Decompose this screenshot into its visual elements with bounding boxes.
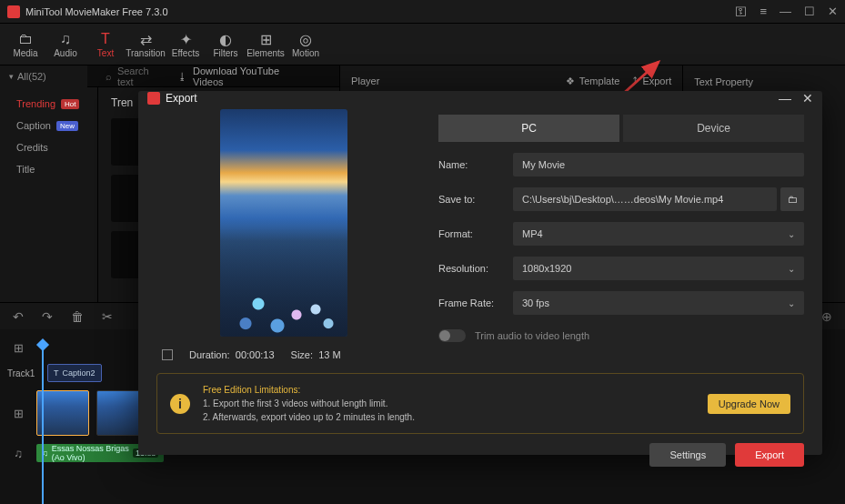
download-youtube-link[interactable]: ⭳Download YouTube Videos [177, 66, 294, 87]
chevron-down-icon: ⌄ [788, 298, 795, 308]
format-select[interactable]: MP4⌄ [513, 222, 804, 246]
chevron-down-icon: ⌄ [788, 229, 795, 239]
tab-pc[interactable]: PC [438, 115, 619, 142]
music-icon: ♫ [60, 30, 71, 48]
tool-media[interactable]: 🗀Media [5, 30, 45, 58]
triangle-down-icon: ▾ [9, 72, 14, 81]
tool-effects[interactable]: ✦Effects [166, 30, 206, 58]
search-icon: ⌕ [106, 71, 112, 82]
trim-audio-label: Trim audio to video length [475, 330, 589, 341]
playhead[interactable] [42, 346, 44, 504]
trim-audio-toggle[interactable] [438, 329, 466, 342]
name-label: Name: [438, 159, 509, 170]
template-button[interactable]: ❖Template [566, 76, 620, 87]
framerate-select[interactable]: 30 fps⌄ [513, 291, 804, 315]
chevron-down-icon: ⌄ [788, 264, 795, 274]
effects-icon: ✦ [180, 30, 192, 48]
minimize-icon[interactable]: — [780, 5, 791, 18]
browse-folder-button[interactable]: 🗀 [780, 187, 804, 211]
delete-button[interactable]: 🗑 [71, 309, 84, 324]
search-input[interactable]: ⌕Search text [106, 66, 159, 87]
app-logo [147, 92, 160, 105]
aspect-icon [162, 349, 173, 360]
saveto-label: Save to: [438, 194, 509, 205]
filters-icon: ◐ [219, 30, 232, 48]
audio-track-icon[interactable]: ♫ [7, 447, 29, 460]
saveto-input[interactable]: C:\Users\bj\Desktop\……deos\My Movie.mp4 [513, 187, 777, 211]
category-credits[interactable]: Credits [0, 136, 97, 158]
filter-all[interactable]: ▾ All(52) [0, 66, 87, 87]
close-icon[interactable]: ✕ [828, 5, 838, 18]
main-toolbar: 🗀Media ♫Audio TText ⇄Transition ✦Effects… [0, 24, 845, 66]
dialog-minimize-icon[interactable]: — [779, 91, 791, 106]
free-edition-limits: i Free Edition Limitations: 1. Export th… [156, 373, 804, 434]
export-target-tabs: PC Device [438, 115, 804, 142]
export-preview-thumbnail [220, 109, 347, 337]
category-title[interactable]: Title [0, 158, 97, 180]
framerate-label: Frame Rate: [438, 297, 509, 308]
elements-icon: ⊞ [260, 30, 272, 48]
tool-text[interactable]: TText [86, 30, 126, 58]
tool-filters[interactable]: ◐Filters [206, 30, 246, 58]
upgrade-button[interactable]: Upgrade Now [708, 394, 790, 414]
transition-icon: ⇄ [140, 30, 152, 48]
export-icon: ⤴ [632, 76, 638, 86]
maximize-icon[interactable]: ☐ [804, 5, 815, 18]
app-logo [7, 5, 20, 18]
video-track-icon[interactable]: ⊞ [7, 407, 29, 420]
motion-icon: ◎ [299, 30, 312, 48]
tool-elements[interactable]: ⊞Elements [246, 30, 286, 58]
undo-button[interactable]: ↶ [13, 309, 24, 324]
split-button[interactable]: ✂ [102, 309, 113, 324]
export-dialog: Export — ✕ Duration: 00:00:13 Size: 13 M… [138, 91, 822, 455]
warning-icon: i [170, 394, 190, 414]
export-confirm-button[interactable]: Export [735, 443, 804, 467]
format-label: Format: [438, 228, 509, 239]
export-meta: Duration: 00:00:13 Size: 13 M [156, 349, 341, 360]
tool-audio[interactable]: ♫Audio [45, 30, 86, 58]
folder-icon: 🗀 [18, 30, 33, 48]
playhead-handle[interactable] [36, 338, 49, 351]
app-title: MiniTool MovieMaker Free 7.3.0 [25, 6, 735, 17]
library-header: ▾ All(52) ⌕Search text ⭳Download YouTube… [0, 66, 339, 87]
property-title: Text Property [694, 76, 834, 87]
category-trending[interactable]: TrendingHot [0, 93, 97, 115]
download-icon: ⭳ [177, 71, 187, 82]
tool-motion[interactable]: ◎Motion [286, 30, 326, 58]
titlebar: MiniTool MovieMaker Free 7.3.0 ⚿ ≡ — ☐ ✕ [0, 0, 845, 24]
add-media-icon[interactable]: ⊞ [7, 341, 29, 355]
menu-icon[interactable]: ≡ [759, 5, 767, 18]
license-key-icon[interactable]: ⚿ [735, 5, 747, 18]
resolution-label: Resolution: [438, 263, 509, 274]
player-title: Player [351, 76, 379, 86]
dialog-title: Export [166, 92, 779, 105]
settings-button[interactable]: Settings [649, 443, 726, 467]
tool-transition[interactable]: ⇄Transition [126, 30, 166, 58]
folder-icon: 🗀 [788, 194, 798, 205]
redo-button[interactable]: ↷ [42, 309, 53, 324]
caption-clip[interactable]: TCaption2 [47, 364, 102, 382]
add-track-button[interactable]: ⊕ [821, 309, 832, 324]
category-caption[interactable]: CaptionNew [0, 115, 97, 136]
track-label: Track1 [7, 368, 40, 378]
name-input[interactable]: My Movie [513, 153, 804, 176]
category-sidebar: TrendingHot CaptionNew Credits Title [0, 87, 98, 302]
tab-device[interactable]: Device [623, 115, 804, 142]
text-icon: T [101, 30, 110, 48]
dialog-close-icon[interactable]: ✕ [802, 91, 813, 106]
video-clip[interactable] [36, 390, 89, 436]
template-icon: ❖ [566, 76, 575, 87]
text-icon: T [54, 368, 59, 378]
export-button[interactable]: ⤴Export [632, 76, 671, 86]
resolution-select[interactable]: 1080x1920⌄ [513, 257, 804, 280]
